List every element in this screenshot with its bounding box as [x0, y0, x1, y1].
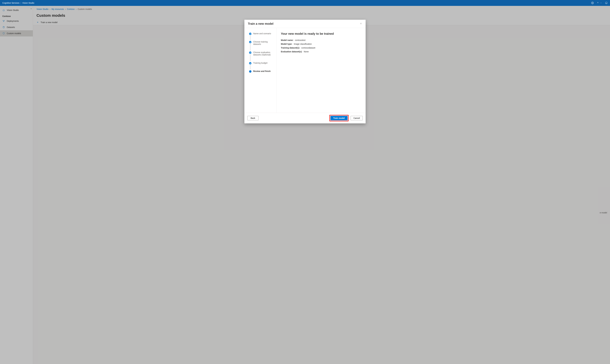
wizard-steps: Name and scenario Choose training datase… [244, 28, 277, 113]
summary-label: Model type: [281, 43, 292, 45]
summary-label: Training dataset(s): [281, 47, 300, 49]
summary-row-model-name: Model name: contosotest [281, 39, 361, 41]
help-menu[interactable] [597, 2, 602, 4]
close-icon[interactable] [360, 22, 362, 25]
summary-value: None [304, 51, 308, 53]
wizard-step-training-datasets[interactable]: Choose training datasets [249, 40, 274, 51]
feedback-icon[interactable] [605, 2, 608, 4]
wizard-step-label: Choose evaluation datasets (Optional) [253, 51, 271, 56]
modal-overlay: Train a new model Name and scenario Choo… [0, 6, 610, 364]
summary-value: contosodataset [301, 47, 315, 49]
summary-label: Evaluation dataset(s): [281, 51, 302, 53]
help-icon [597, 2, 599, 4]
summary-value: contosotest [295, 39, 305, 41]
summary-row-model-type: Model type: Image classification [281, 43, 361, 45]
wizard-step-review[interactable]: Review and finish [249, 70, 274, 72]
app-label: Vision Studio [22, 2, 34, 4]
gear-icon[interactable] [591, 2, 594, 4]
wizard-step-label: Review and finish [253, 70, 271, 72]
summary-row-train-ds: Training dataset(s): contosodataset [281, 47, 361, 49]
wizard-step-budget[interactable]: Training budget [249, 62, 274, 70]
train-model-button[interactable]: Train model [331, 116, 348, 120]
back-button[interactable]: Back [247, 116, 259, 120]
chevron-down-icon [600, 2, 602, 4]
modal-title: Train a new model [248, 22, 273, 26]
wizard-step-label: Choose training datasets [253, 40, 268, 45]
brand-label: Cognitive Services [2, 2, 19, 4]
train-model-modal: Train a new model Name and scenario Choo… [244, 20, 366, 123]
svg-point-2 [605, 2, 607, 4]
brand-divider: | [21, 2, 21, 4]
wizard-step-name[interactable]: Name and scenario [249, 32, 274, 40]
review-heading: Your new model is ready to be trained [281, 32, 361, 36]
summary-label: Model name: [281, 39, 293, 41]
cancel-button[interactable]: Cancel [351, 116, 363, 120]
wizard-step-label: Training budget [253, 62, 267, 64]
wizard-content: Your new model is ready to be trained Mo… [277, 28, 366, 113]
topbar: Cognitive Services | Vision Studio [0, 0, 610, 6]
wizard-step-label: Name and scenario [253, 32, 271, 35]
wizard-step-eval-datasets[interactable]: Choose evaluation datasets (Optional) [249, 51, 274, 62]
summary-row-eval-ds: Evaluation dataset(s): None [281, 51, 361, 53]
svg-point-0 [592, 3, 593, 3]
summary-value: Image classification [294, 43, 312, 45]
highlight-annotation: Train model [330, 115, 349, 121]
